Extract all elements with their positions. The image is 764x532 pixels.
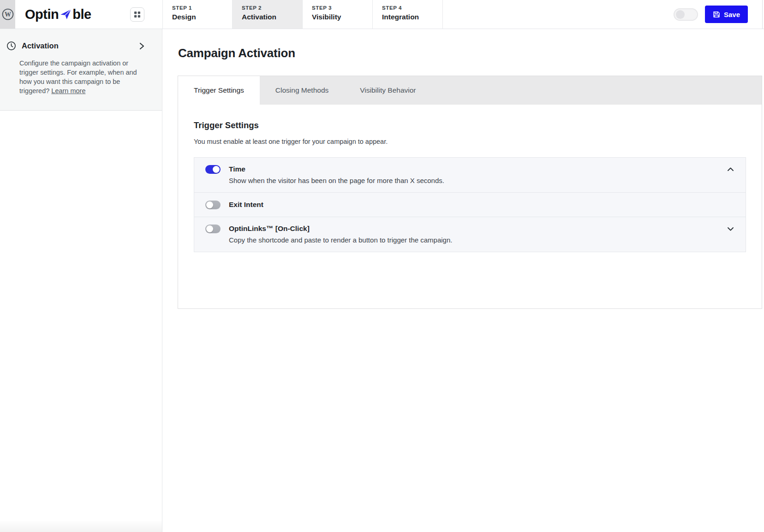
exit-intent-toggle[interactable] (205, 201, 221, 209)
chevron-up-icon[interactable] (727, 166, 734, 173)
trigger-row-exit-intent: Exit Intent (194, 192, 746, 217)
logo-text-suffix: ble (72, 7, 91, 22)
svg-text:W: W (5, 11, 11, 18)
section-title: Trigger Settings (194, 120, 746, 130)
chevron-down-icon[interactable] (727, 225, 734, 233)
toggle-knob (213, 166, 220, 173)
tab-label: Visibility Behavior (360, 86, 416, 95)
step-eyebrow: STEP 4 (382, 5, 442, 11)
chevron-right-icon[interactable] (138, 42, 145, 50)
paper-plane-icon (60, 8, 72, 20)
save-button-label: Save (724, 11, 740, 18)
logo-text-prefix: Optin (25, 7, 59, 22)
page-title: Campaign Activation (178, 46, 764, 60)
sidebar: Activation Configure the campaign activa… (0, 29, 162, 532)
trigger-label: OptinLinks™ [On-Click] (229, 224, 452, 233)
trigger-row-optinlinks: OptinLinks™ [On-Click] Copy the shortcod… (194, 217, 746, 252)
top-bar-actions: Save (674, 0, 764, 29)
header-right-divider (762, 0, 763, 29)
trigger-label: Time (229, 165, 444, 173)
top-bar: W Optin ble STEP 1 De (0, 0, 764, 29)
toggle-knob (206, 225, 213, 232)
tab-panel-trigger-settings: Trigger Settings You must enable at leas… (178, 105, 762, 308)
header-toggle-knob (676, 10, 685, 19)
step-label: Activation (242, 13, 302, 21)
tab-trigger-settings[interactable]: Trigger Settings (178, 76, 260, 105)
step-visibility[interactable]: STEP 3 Visibility (303, 0, 373, 29)
trigger-label: Exit Intent (229, 200, 263, 209)
step-eyebrow: STEP 1 (172, 5, 232, 11)
section-subtitle: You must enable at least one trigger for… (194, 138, 746, 145)
trigger-description: Show when the visitor has been on the pa… (229, 177, 444, 184)
step-label: Visibility (312, 13, 372, 21)
apps-grid-button[interactable] (130, 7, 144, 22)
toggle-knob (206, 201, 213, 208)
logo-area: Optin ble (15, 0, 162, 29)
card-tabs: Trigger Settings Closing Methods Visibil… (178, 76, 762, 105)
step-design[interactable]: STEP 1 Design (162, 0, 233, 29)
trigger-text: Exit Intent (229, 200, 263, 209)
trigger-text: OptinLinks™ [On-Click] Copy the shortcod… (229, 224, 452, 244)
wordpress-icon[interactable]: W (2, 8, 14, 20)
tab-visibility-behavior[interactable]: Visibility Behavior (344, 76, 431, 105)
tab-closing-methods[interactable]: Closing Methods (260, 76, 344, 105)
step-label: Integration (382, 13, 442, 21)
step-activation[interactable]: STEP 2 Activation (233, 0, 303, 29)
clock-icon (6, 41, 16, 51)
sidebar-bottom-fade (0, 520, 162, 532)
app-logo: Optin ble (25, 7, 91, 22)
step-eyebrow: STEP 2 (242, 5, 302, 11)
step-integration[interactable]: STEP 4 Integration (373, 0, 443, 29)
wordpress-admin-strip: W (0, 0, 15, 29)
time-toggle[interactable] (205, 165, 221, 174)
trigger-row-time: Time Show when the visitor has been on t… (194, 158, 746, 192)
sidebar-panel-description: Configure the campaign activation or tri… (19, 59, 149, 95)
step-eyebrow: STEP 3 (312, 5, 372, 11)
header-toggle[interactable] (674, 8, 698, 21)
learn-more-link[interactable]: Learn more (51, 87, 85, 95)
activation-card: Trigger Settings Closing Methods Visibil… (178, 76, 762, 309)
sidebar-activation-panel: Activation Configure the campaign activa… (0, 29, 162, 111)
trigger-list: Time Show when the visitor has been on t… (194, 157, 746, 252)
sidebar-panel-title: Activation (22, 41, 59, 50)
save-icon (713, 11, 720, 18)
trigger-description: Copy the shortcode and paste to render a… (229, 236, 452, 244)
wizard-steps: STEP 1 Design STEP 2 Activation STEP 3 V… (162, 0, 443, 29)
optinlinks-toggle[interactable] (205, 225, 221, 233)
sidebar-panel-header: Activation (6, 41, 151, 51)
main-content: Campaign Activation Trigger Settings Clo… (163, 29, 764, 532)
step-label: Design (172, 13, 232, 21)
tab-label: Trigger Settings (194, 86, 244, 95)
trigger-text: Time Show when the visitor has been on t… (229, 165, 444, 184)
tab-label: Closing Methods (275, 86, 328, 95)
save-button[interactable]: Save (705, 6, 748, 23)
